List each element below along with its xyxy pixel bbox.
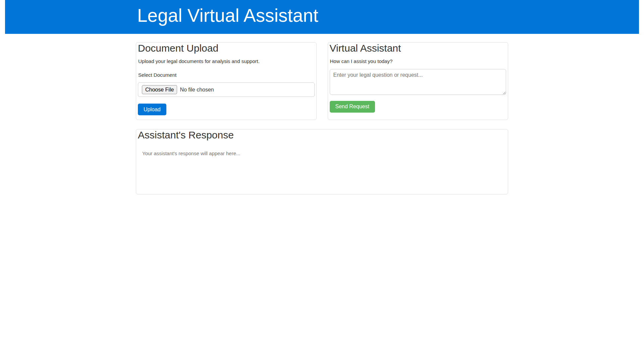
document-upload-card: Document Upload Upload your legal docume… <box>136 42 317 120</box>
response-placeholder-text: Your assistant's response will appear he… <box>142 150 240 156</box>
document-upload-description: Upload your legal documents for analysis… <box>138 58 315 64</box>
response-area: Your assistant's response will appear he… <box>138 146 506 190</box>
page-title: Legal Virtual Assistant <box>136 5 508 26</box>
document-file-input[interactable]: Choose File No file chosen <box>138 82 315 97</box>
send-request-button[interactable]: Send Request <box>330 101 375 113</box>
legal-question-textarea[interactable] <box>330 69 506 95</box>
assistant-response-title: Assistant's Response <box>138 129 506 141</box>
file-status-text: No file chosen <box>180 87 214 93</box>
upload-button[interactable]: Upload <box>138 104 166 115</box>
header-inner: Legal Virtual Assistant <box>136 0 508 26</box>
document-upload-title: Document Upload <box>138 43 315 54</box>
assistant-response-card: Assistant's Response Your assistant's re… <box>136 129 508 194</box>
virtual-assistant-title: Virtual Assistant <box>330 43 506 54</box>
app-header: Legal Virtual Assistant <box>5 0 639 34</box>
assistant-prompt-text: How can I assist you today? <box>330 58 506 64</box>
select-document-label: Select Document <box>138 72 315 78</box>
cards-row: Document Upload Upload your legal docume… <box>136 42 508 120</box>
main-content: Document Upload Upload your legal docume… <box>136 42 508 194</box>
virtual-assistant-card: Virtual Assistant How can I assist you t… <box>328 42 508 120</box>
choose-file-button[interactable]: Choose File <box>142 85 177 94</box>
